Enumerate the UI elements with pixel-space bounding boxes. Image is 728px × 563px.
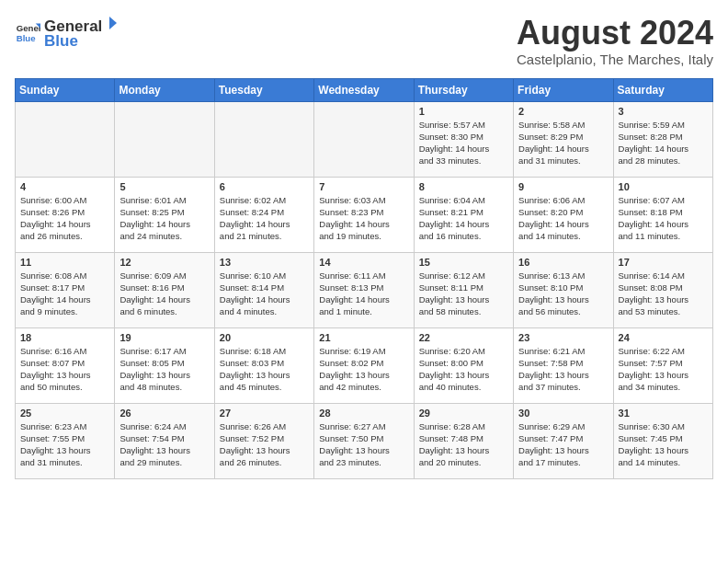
day-number: 21 [319,332,408,343]
calendar-cell: 26Sunrise: 6:24 AM Sunset: 7:54 PM Dayli… [115,403,214,478]
cell-content: Sunrise: 6:26 AM Sunset: 7:52 PM Dayligh… [220,420,309,469]
calendar-cell: 23Sunrise: 6:21 AM Sunset: 7:58 PM Dayli… [514,327,613,403]
calendar-cell: 12Sunrise: 6:09 AM Sunset: 8:16 PM Dayli… [115,252,214,327]
location-title: Castelplanio, The Marches, Italy [517,52,713,67]
cell-content: Sunrise: 6:07 AM Sunset: 8:18 PM Dayligh… [619,194,708,243]
calendar-cell: 16Sunrise: 6:13 AM Sunset: 8:10 PM Dayli… [514,252,613,327]
day-number: 1 [419,106,508,117]
day-number: 9 [518,181,608,192]
calendar-cell: 31Sunrise: 6:30 AM Sunset: 7:45 PM Dayli… [613,403,712,478]
calendar-cell [16,101,115,177]
calendar-cell: 10Sunrise: 6:07 AM Sunset: 8:18 PM Dayli… [613,177,712,252]
cell-content: Sunrise: 6:13 AM Sunset: 8:10 PM Dayligh… [518,270,608,318]
day-number: 19 [119,332,209,343]
weekday-header-saturday: Saturday [613,78,712,101]
day-number: 16 [518,257,608,268]
calendar-week-row: 1Sunrise: 5:57 AM Sunset: 8:30 PM Daylig… [16,101,713,177]
cell-content: Sunrise: 6:10 AM Sunset: 8:14 PM Dayligh… [220,270,309,318]
cell-content: Sunrise: 6:14 AM Sunset: 8:08 PM Dayligh… [619,270,708,318]
cell-content: Sunrise: 6:17 AM Sunset: 8:05 PM Dayligh… [119,345,209,394]
calendar-cell: 20Sunrise: 6:18 AM Sunset: 8:03 PM Dayli… [214,327,313,403]
cell-content: Sunrise: 6:18 AM Sunset: 8:03 PM Dayligh… [220,345,309,394]
calendar-cell: 8Sunrise: 6:04 AM Sunset: 8:21 PM Daylig… [414,177,513,252]
calendar-cell: 30Sunrise: 6:29 AM Sunset: 7:47 PM Dayli… [514,403,613,478]
day-number: 11 [20,257,109,268]
calendar-cell: 11Sunrise: 6:08 AM Sunset: 8:17 PM Dayli… [16,252,115,327]
cell-content: Sunrise: 6:08 AM Sunset: 8:17 PM Dayligh… [20,270,109,318]
cell-content: Sunrise: 6:27 AM Sunset: 7:50 PM Dayligh… [319,420,408,469]
cell-content: Sunrise: 6:03 AM Sunset: 8:23 PM Dayligh… [319,194,408,243]
logo: General Blue General Blue [15,15,119,51]
day-number: 20 [220,332,309,343]
calendar-cell: 22Sunrise: 6:20 AM Sunset: 8:00 PM Dayli… [414,327,513,403]
cell-content: Sunrise: 5:59 AM Sunset: 8:28 PM Dayligh… [619,119,708,167]
calendar-cell: 21Sunrise: 6:19 AM Sunset: 8:02 PM Dayli… [314,327,414,403]
svg-text:Blue: Blue [17,32,36,42]
calendar-cell: 27Sunrise: 6:26 AM Sunset: 7:52 PM Dayli… [214,403,313,478]
day-number: 25 [20,408,109,419]
cell-content: Sunrise: 6:06 AM Sunset: 8:20 PM Dayligh… [518,194,608,243]
calendar-cell [214,101,313,177]
cell-content: Sunrise: 6:16 AM Sunset: 8:07 PM Dayligh… [20,345,109,394]
cell-content: Sunrise: 6:29 AM Sunset: 7:47 PM Dayligh… [518,420,608,469]
calendar-cell: 28Sunrise: 6:27 AM Sunset: 7:50 PM Dayli… [314,403,414,478]
calendar-week-row: 25Sunrise: 6:23 AM Sunset: 7:55 PM Dayli… [16,403,713,478]
cell-content: Sunrise: 6:09 AM Sunset: 8:16 PM Dayligh… [119,270,209,318]
day-number: 31 [619,408,708,419]
svg-marker-3 [109,17,117,29]
weekday-header-wednesday: Wednesday [314,78,414,101]
day-number: 30 [518,408,608,419]
cell-content: Sunrise: 6:23 AM Sunset: 7:55 PM Dayligh… [20,420,109,469]
cell-content: Sunrise: 6:19 AM Sunset: 8:02 PM Dayligh… [319,345,408,394]
day-number: 24 [619,332,708,343]
cell-content: Sunrise: 6:12 AM Sunset: 8:11 PM Dayligh… [419,270,508,318]
cell-content: Sunrise: 6:28 AM Sunset: 7:48 PM Dayligh… [419,420,508,469]
day-number: 6 [220,181,309,192]
calendar-cell: 1Sunrise: 5:57 AM Sunset: 8:30 PM Daylig… [414,101,513,177]
calendar-cell: 6Sunrise: 6:02 AM Sunset: 8:24 PM Daylig… [214,177,313,252]
day-number: 23 [518,332,608,343]
calendar-body: 1Sunrise: 5:57 AM Sunset: 8:30 PM Daylig… [16,101,713,478]
cell-content: Sunrise: 6:00 AM Sunset: 8:26 PM Dayligh… [20,194,109,243]
day-number: 27 [220,408,309,419]
day-number: 18 [20,332,109,343]
day-number: 28 [319,408,408,419]
calendar-cell: 19Sunrise: 6:17 AM Sunset: 8:05 PM Dayli… [115,327,214,403]
day-number: 13 [220,257,309,268]
cell-content: Sunrise: 6:24 AM Sunset: 7:54 PM Dayligh… [119,420,209,469]
cell-content: Sunrise: 6:20 AM Sunset: 8:00 PM Dayligh… [419,345,508,394]
day-number: 8 [419,181,508,192]
month-title: August 2024 [517,15,713,52]
calendar-table: SundayMondayTuesdayWednesdayThursdayFrid… [15,78,713,479]
calendar-week-row: 4Sunrise: 6:00 AM Sunset: 8:26 PM Daylig… [16,177,713,252]
calendar-cell: 29Sunrise: 6:28 AM Sunset: 7:48 PM Dayli… [414,403,513,478]
calendar-cell [115,101,214,177]
cell-content: Sunrise: 6:11 AM Sunset: 8:13 PM Dayligh… [319,270,408,318]
calendar-cell: 3Sunrise: 5:59 AM Sunset: 8:28 PM Daylig… [613,101,712,177]
calendar-cell: 18Sunrise: 6:16 AM Sunset: 8:07 PM Dayli… [16,327,115,403]
weekday-header-sunday: Sunday [16,78,115,101]
day-number: 14 [319,257,408,268]
cell-content: Sunrise: 5:58 AM Sunset: 8:29 PM Dayligh… [518,119,608,167]
calendar-cell: 2Sunrise: 5:58 AM Sunset: 8:29 PM Daylig… [514,101,613,177]
day-number: 26 [119,408,209,419]
cell-content: Sunrise: 6:21 AM Sunset: 7:58 PM Dayligh… [518,345,608,394]
day-number: 10 [619,181,708,192]
calendar-week-row: 18Sunrise: 6:16 AM Sunset: 8:07 PM Dayli… [16,327,713,403]
calendar-cell: 13Sunrise: 6:10 AM Sunset: 8:14 PM Dayli… [214,252,313,327]
cell-content: Sunrise: 6:01 AM Sunset: 8:25 PM Dayligh… [119,194,209,243]
calendar-cell: 15Sunrise: 6:12 AM Sunset: 8:11 PM Dayli… [414,252,513,327]
title-area: August 2024 Castelplanio, The Marches, I… [517,15,713,67]
day-number: 3 [619,106,708,117]
day-number: 22 [419,332,508,343]
calendar-cell: 5Sunrise: 6:01 AM Sunset: 8:25 PM Daylig… [115,177,214,252]
cell-content: Sunrise: 6:30 AM Sunset: 7:45 PM Dayligh… [619,420,708,469]
weekday-header-monday: Monday [115,78,214,101]
calendar-cell: 7Sunrise: 6:03 AM Sunset: 8:23 PM Daylig… [314,177,414,252]
cell-content: Sunrise: 6:22 AM Sunset: 7:57 PM Dayligh… [619,345,708,394]
day-number: 15 [419,257,508,268]
calendar-cell: 4Sunrise: 6:00 AM Sunset: 8:26 PM Daylig… [16,177,115,252]
logo-icon: General Blue [15,20,40,46]
weekday-header-thursday: Thursday [414,78,513,101]
svg-text:General: General [17,23,40,33]
